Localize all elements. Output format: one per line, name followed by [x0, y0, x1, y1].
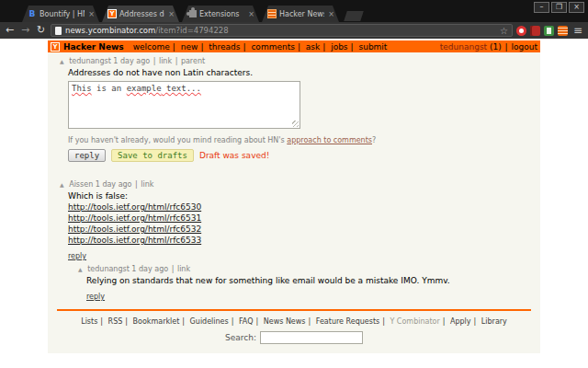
comment-link[interactable]: link	[177, 265, 190, 273]
parent-comment-header: ▲ tedunangst 1 day ago | link | parent	[60, 57, 531, 67]
hacker-news-page: Y Hacker News welcome| new| threads| com…	[48, 40, 540, 353]
new-tab-button[interactable]	[344, 11, 364, 21]
separator: |	[255, 317, 258, 326]
y-combinator-logo[interactable]: Y	[51, 42, 60, 52]
separator: |	[173, 42, 175, 52]
separator: |	[298, 42, 300, 52]
comment-author[interactable]: tedunangst	[69, 57, 111, 65]
tab-close-icon[interactable]: ×	[327, 10, 335, 18]
maximize-button[interactable]: ❐	[551, 2, 567, 13]
hn-footer: Lists| RSS| Bookmarklet| Guidelines| FAQ…	[48, 309, 540, 353]
tab-extensions[interactable]: Extensions ×	[182, 6, 259, 22]
footer-feature-requests-link[interactable]: Feature Requests	[316, 317, 379, 326]
back-icon[interactable]: ←	[4, 23, 16, 38]
footer-ycombinator-link[interactable]: Y Combinator	[390, 317, 439, 326]
textarea-word: example	[127, 84, 162, 93]
note-text: ?	[372, 136, 376, 144]
reload-icon[interactable]: ↻	[35, 23, 47, 38]
comment-parent-link[interactable]: parent	[181, 57, 205, 65]
separator: |	[232, 317, 234, 326]
green-extension-icon[interactable]	[544, 26, 554, 36]
draft-saved-status: Draft was saved!	[199, 151, 269, 160]
footer-divider	[57, 309, 531, 311]
tab-hn-item[interactable]: Y Addresses do not have no ×	[102, 6, 179, 22]
footer-news-news-link[interactable]: News News	[264, 317, 306, 326]
footer-library-link[interactable]: Library	[481, 317, 507, 326]
footer-search: Search:	[48, 331, 540, 344]
separator: |	[182, 317, 185, 326]
minimize-button[interactable]: –	[534, 2, 549, 13]
tab-close-icon[interactable]: ×	[87, 10, 96, 18]
reply-textarea[interactable]: This is an example text...	[68, 81, 300, 129]
resize-grip-icon[interactable]	[292, 121, 299, 127]
hn-drafts-extension-icon[interactable]	[558, 26, 568, 36]
comment-author[interactable]: tedunangst	[87, 265, 130, 273]
separator: |	[351, 42, 354, 52]
user-area: tedunangst (1) | logout	[440, 42, 537, 52]
footer-guidelines-link[interactable]: Guidelines	[190, 317, 229, 326]
footer-bookmarklet-link[interactable]: Bookmarklet	[133, 317, 180, 326]
footer-faq-link[interactable]: FAQ	[239, 317, 254, 326]
upvote-icon[interactable]: ▲	[60, 58, 64, 64]
comment-age: 1 day ago	[131, 265, 168, 273]
tab-title: Addresses do not have no	[119, 10, 164, 18]
reply-button[interactable]: reply	[68, 149, 106, 162]
reply-link[interactable]: reply	[68, 252, 86, 260]
separator: |	[443, 317, 446, 326]
hn-drafts-favicon-icon	[267, 9, 277, 18]
chrome-menu-icon[interactable]: ≡	[571, 23, 584, 38]
search-input[interactable]	[260, 331, 363, 344]
browser-chrome: B Bountify | HN: &quot;Sav × Y Addresses…	[0, 0, 588, 39]
tab-close-icon[interactable]: ×	[247, 10, 255, 18]
comment-header: ▲ tedunangst 1 day ago | link	[78, 265, 531, 275]
address-bar[interactable]: news.ycombinator.com/item?id=4794228 ☆	[51, 24, 513, 37]
reply-link[interactable]: reply	[86, 293, 105, 301]
separator: |	[382, 317, 385, 326]
comment-author[interactable]: Aissen	[69, 180, 93, 189]
note-text: If you haven't already, would you mind r…	[68, 136, 287, 144]
nav-submit[interactable]: submit	[358, 42, 387, 52]
hn-header-bar: Y Hacker News welcome| new| threads| com…	[48, 40, 540, 52]
tab-bountify[interactable]: B Bountify | HN: &quot;Sav ×	[22, 6, 99, 22]
tab-close-icon[interactable]: ×	[167, 10, 175, 18]
page-icon	[55, 27, 62, 35]
comment-link[interactable]: link	[159, 57, 172, 65]
footer-rss-link[interactable]: RSS	[108, 317, 123, 326]
save-to-drafts-button[interactable]: Save to drafts	[111, 149, 194, 162]
comment-link[interactable]: link	[141, 180, 153, 189]
upvote-icon[interactable]: ▲	[78, 266, 83, 272]
separator: |	[243, 42, 246, 52]
nav-threads[interactable]: threads	[209, 42, 240, 52]
logout-link[interactable]: logout	[512, 42, 537, 52]
footer-links: Lists| RSS| Bookmarklet| Guidelines| FAQ…	[48, 317, 540, 326]
red-book-extension-icon[interactable]	[530, 26, 540, 36]
forward-icon[interactable]: →	[19, 23, 31, 38]
adblock-extension-icon[interactable]	[516, 26, 526, 36]
tab-hn-drafts[interactable]: Hacker News Drafts ×	[262, 6, 339, 22]
window-controls: – ❐ ×	[534, 2, 584, 13]
nav-welcome[interactable]: welcome	[133, 42, 170, 52]
close-button[interactable]: ×	[569, 2, 584, 13]
footer-lists-link[interactable]: Lists	[81, 317, 97, 326]
nav-comments[interactable]: comments	[251, 42, 294, 52]
upvote-icon[interactable]: ▲	[60, 181, 64, 188]
rfc6533-link[interactable]: http://tools.ietf.org/html/rfc6533	[68, 236, 531, 245]
rfc6530-link[interactable]: http://tools.ietf.org/html/rfc6530	[68, 202, 531, 212]
title-bar: B Bountify | HN: &quot;Sav × Y Addresses…	[0, 0, 588, 22]
rfc6531-link[interactable]: http://tools.ietf.org/html/rfc6531	[68, 213, 531, 223]
reply-buttons-row: reply Save to drafts Draft was saved!	[68, 148, 531, 162]
search-label: Search:	[225, 333, 256, 342]
separator: |	[135, 180, 138, 189]
rfc6532-link[interactable]: http://tools.ietf.org/html/rfc6532	[68, 224, 531, 234]
approach-to-comments-link[interactable]: approach to comments	[287, 136, 372, 144]
bookmark-star-icon[interactable]: ☆	[500, 26, 508, 36]
puzzle-icon	[187, 9, 197, 18]
nav-ask[interactable]: ask	[306, 42, 320, 52]
nav-jobs[interactable]: jobs	[331, 42, 347, 52]
username-link[interactable]: tedunangst	[440, 42, 487, 52]
site-title[interactable]: Hacker News	[63, 42, 124, 52]
comment: ▲ Aissen 1 day ago | link Which is false…	[60, 180, 531, 303]
footer-apply-link[interactable]: Apply	[450, 317, 471, 326]
nav-new[interactable]: new	[181, 42, 198, 52]
separator: |	[175, 57, 178, 65]
